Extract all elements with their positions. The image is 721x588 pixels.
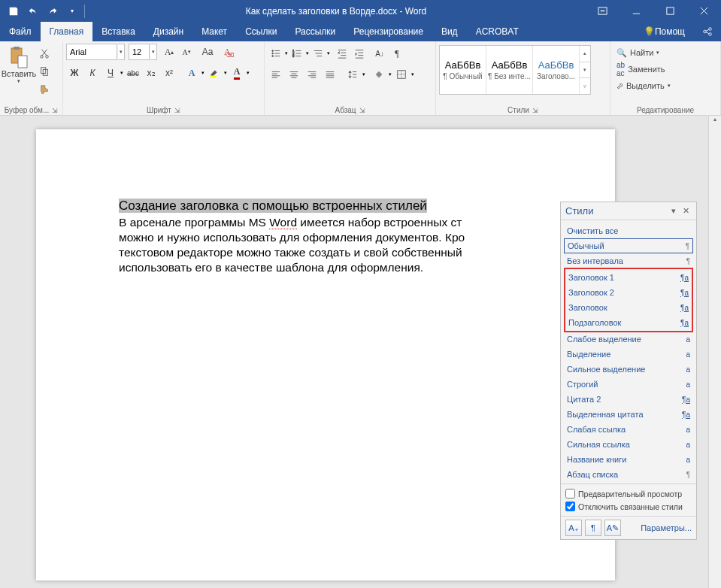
format-painter-button[interactable] bbox=[36, 81, 53, 98]
subscript-button[interactable]: x₂ bbox=[143, 65, 159, 81]
style-item[interactable]: Обычный¶ bbox=[564, 238, 693, 253]
multilevel-list-button[interactable] bbox=[310, 45, 326, 62]
align-right-button[interactable] bbox=[304, 66, 320, 83]
vertical-scrollbar[interactable]: ▴ bbox=[708, 116, 721, 588]
decrease-font-button[interactable]: A▾ bbox=[178, 44, 195, 60]
search-icon: 🔍 bbox=[616, 48, 627, 58]
paste-button[interactable]: Вставить ▾ bbox=[3, 44, 35, 96]
tell-me[interactable]: 💡 Помощ bbox=[635, 22, 694, 41]
style-item[interactable]: Заголовок¶a bbox=[565, 300, 692, 315]
manage-styles-button[interactable]: A✎ bbox=[604, 520, 621, 536]
borders-button[interactable] bbox=[393, 66, 410, 83]
doc-paragraph[interactable]: В арсенале программы MS Word имеется наб… bbox=[119, 215, 517, 276]
styles-pane: Стили ▾ ✕ Очистить все Обычный¶Без интер… bbox=[560, 202, 697, 540]
font-name-input[interactable] bbox=[66, 44, 117, 60]
select-button[interactable]: ⬀Выделить▾ bbox=[613, 78, 674, 93]
style-item[interactable]: Заголовок 2¶a bbox=[565, 285, 692, 300]
tab-mailings[interactable]: Рассылки bbox=[286, 22, 344, 41]
sort-button[interactable]: A↓ bbox=[371, 45, 388, 62]
tab-references[interactable]: Ссылки bbox=[236, 22, 286, 41]
style-item[interactable]: Подзаголовок¶a bbox=[565, 315, 692, 330]
style-item[interactable]: Сильная ссылкаa bbox=[564, 437, 693, 452]
style-item[interactable]: Без интервала¶ bbox=[564, 253, 693, 268]
font-color-button[interactable]: A bbox=[229, 65, 245, 81]
font-size-input[interactable] bbox=[129, 44, 150, 60]
ribbon-display-button[interactable] bbox=[586, 0, 620, 22]
scroll-up[interactable]: ▴ bbox=[709, 116, 721, 129]
style-item[interactable]: Слабая ссылкаa bbox=[564, 422, 693, 437]
doc-heading[interactable]: Создание заголовка с помощью встроенных … bbox=[119, 199, 427, 213]
highlight-button[interactable] bbox=[206, 65, 223, 81]
increase-font-button[interactable]: A▴ bbox=[161, 44, 177, 60]
clear-all[interactable]: Очистить все bbox=[564, 223, 693, 238]
style-item[interactable]: Цитата 2¶a bbox=[564, 392, 693, 407]
font-name-dropdown[interactable]: ▾ bbox=[118, 44, 125, 60]
style-heading1[interactable]: АаБбВв Заголово... bbox=[533, 46, 580, 94]
align-center-button[interactable] bbox=[286, 66, 302, 83]
gallery-down[interactable]: ▾ bbox=[580, 62, 590, 79]
styles-pane-menu[interactable]: ▾ bbox=[668, 206, 680, 216]
style-item[interactable]: Выделенная цитата¶a bbox=[564, 407, 693, 422]
text-effects-button[interactable]: A bbox=[183, 65, 200, 81]
style-item[interactable]: Сильное выделениеa bbox=[564, 362, 693, 377]
qat-customize-button[interactable]: ▾ bbox=[63, 2, 81, 20]
show-marks-button[interactable]: ¶ bbox=[389, 45, 405, 62]
minimize-button[interactable] bbox=[620, 0, 653, 22]
maximize-button[interactable] bbox=[653, 0, 687, 22]
strike-button[interactable]: abc bbox=[125, 65, 141, 81]
tab-acrobat[interactable]: ACROBAT bbox=[467, 22, 528, 41]
tab-home[interactable]: Главная bbox=[41, 22, 93, 41]
tab-file[interactable]: Файл bbox=[0, 22, 41, 41]
style-item[interactable]: Выделениеa bbox=[564, 347, 693, 362]
change-case-button[interactable]: Aa bbox=[199, 44, 216, 60]
underline-button[interactable]: Ч bbox=[102, 65, 119, 81]
redo-button[interactable] bbox=[44, 2, 62, 20]
tab-layout[interactable]: Макет bbox=[192, 22, 236, 41]
share-button[interactable] bbox=[694, 22, 721, 41]
document-page[interactable]: Создание заголовка с помощью встроенных … bbox=[36, 129, 615, 580]
increase-indent-button[interactable] bbox=[351, 45, 368, 62]
decrease-indent-button[interactable] bbox=[334, 45, 350, 62]
font-dialog-launcher[interactable]: ⇲ bbox=[174, 107, 180, 114]
justify-button[interactable] bbox=[322, 66, 338, 83]
clear-formatting-button[interactable]: A⌫ bbox=[219, 44, 235, 60]
align-left-button[interactable] bbox=[268, 66, 284, 83]
numbering-button[interactable]: 123 bbox=[289, 45, 305, 62]
copy-button[interactable] bbox=[36, 63, 53, 80]
new-style-button[interactable]: A₊ bbox=[565, 520, 582, 536]
close-button[interactable] bbox=[687, 0, 721, 22]
save-button[interactable] bbox=[5, 2, 23, 20]
style-item[interactable]: Заголовок 1¶a bbox=[565, 270, 692, 285]
clipboard-dialog-launcher[interactable]: ⇲ bbox=[52, 107, 58, 114]
styles-dialog-launcher[interactable]: ⇲ bbox=[532, 107, 538, 114]
bold-button[interactable]: Ж bbox=[66, 65, 83, 81]
find-button[interactable]: 🔍Найти▾ bbox=[613, 45, 662, 60]
line-spacing-button[interactable] bbox=[344, 66, 361, 83]
tab-review[interactable]: Рецензирование bbox=[344, 22, 432, 41]
gallery-expand[interactable]: ▿ bbox=[580, 78, 590, 94]
font-size-dropdown[interactable]: ▾ bbox=[150, 44, 157, 60]
style-inspector-button[interactable]: ¶ bbox=[585, 520, 601, 536]
preview-checkbox[interactable]: Предварительный просмотр bbox=[565, 487, 692, 500]
style-item[interactable]: Название книгиa bbox=[564, 452, 693, 467]
gallery-up[interactable]: ▴ bbox=[580, 46, 590, 62]
undo-button[interactable] bbox=[24, 2, 42, 20]
italic-button[interactable]: К bbox=[84, 65, 101, 81]
tab-insert[interactable]: Вставка bbox=[92, 22, 144, 41]
style-item[interactable]: Строгийa bbox=[564, 377, 693, 392]
tab-design[interactable]: Дизайн bbox=[144, 22, 192, 41]
cut-button[interactable] bbox=[36, 45, 53, 62]
shading-button[interactable] bbox=[371, 66, 387, 83]
styles-options-link[interactable]: Параметры... bbox=[641, 523, 692, 532]
style-item[interactable]: Слабое выделениеa bbox=[564, 332, 693, 347]
style-item[interactable]: Абзац списка¶ bbox=[564, 467, 693, 482]
bullets-button[interactable] bbox=[268, 45, 284, 62]
tab-view[interactable]: Вид bbox=[432, 22, 467, 41]
styles-pane-close[interactable]: ✕ bbox=[680, 206, 692, 216]
superscript-button[interactable]: x² bbox=[161, 65, 177, 81]
style-no-spacing[interactable]: АаБбВв ¶ Без инте... bbox=[486, 46, 533, 94]
disable-linked-checkbox[interactable]: Отключить связанные стили bbox=[565, 500, 692, 513]
replace-button[interactable]: abacЗаменить bbox=[613, 62, 668, 77]
paragraph-dialog-launcher[interactable]: ⇲ bbox=[359, 107, 365, 114]
style-normal[interactable]: АаБбВв ¶ Обычный bbox=[440, 46, 486, 94]
